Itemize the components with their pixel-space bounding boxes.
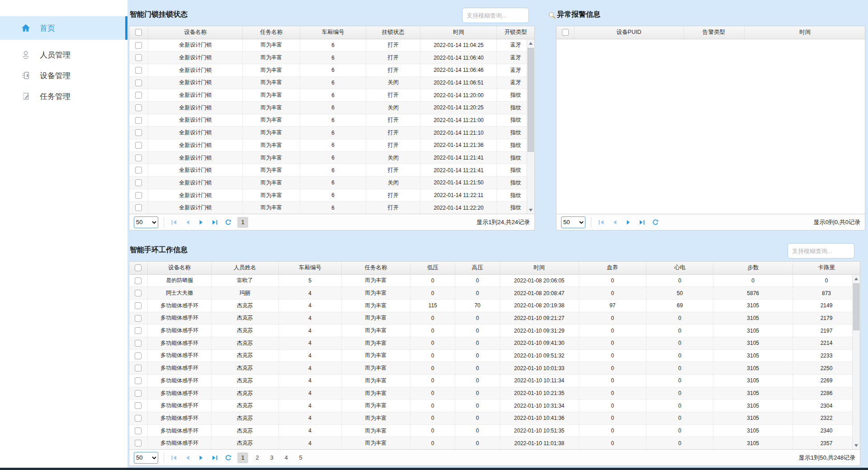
page-button-5[interactable]: 5 bbox=[295, 452, 306, 463]
last-page-button[interactable] bbox=[210, 218, 219, 227]
table-row[interactable]: 全新设计门锁而为丰富6打开2022-01-14 11:21:00指纹 bbox=[129, 114, 534, 127]
select-all-checkbox[interactable] bbox=[135, 264, 142, 271]
scroll-up-icon[interactable] bbox=[527, 39, 534, 47]
row-checkbox[interactable] bbox=[135, 315, 142, 322]
column-header[interactable]: 高压 bbox=[455, 262, 500, 274]
row-checkbox[interactable] bbox=[135, 377, 142, 384]
page-size-select[interactable]: 50 bbox=[561, 216, 585, 228]
row-checkbox[interactable] bbox=[135, 54, 142, 61]
page-button-2[interactable]: 2 bbox=[252, 452, 263, 463]
table-row[interactable]: 全新设计门锁而为丰富6打开2022-01-14 11:21:10指纹 bbox=[129, 127, 534, 139]
lock-table-scrollbar[interactable] bbox=[527, 39, 534, 214]
row-checkbox[interactable] bbox=[135, 155, 142, 161]
table-row[interactable]: 多功能体感手环杰克苏4而为丰富002022-01-10 10:41:360031… bbox=[129, 412, 860, 425]
next-page-button[interactable] bbox=[197, 453, 206, 462]
column-header[interactable]: 车厢编号 bbox=[300, 26, 366, 39]
column-header[interactable]: 设备PUID bbox=[574, 26, 684, 39]
table-row[interactable]: 多功能体感手环杰克苏4而为丰富002022-01-10 09:31:290031… bbox=[129, 324, 860, 337]
row-checkbox[interactable] bbox=[135, 290, 142, 296]
column-header[interactable]: 设备名称 bbox=[148, 26, 242, 39]
table-row[interactable]: 阿士大夫撤玛丽4而为丰富002022-01-08 20:08:470505876… bbox=[129, 287, 860, 300]
next-page-button[interactable] bbox=[624, 218, 633, 227]
row-checkbox[interactable] bbox=[135, 302, 142, 309]
table-row[interactable]: 全新设计门锁而为丰富6打开2022-01-14 11:06:46蓝牙 bbox=[129, 64, 534, 76]
column-header[interactable]: 低压 bbox=[410, 262, 455, 274]
last-page-button[interactable] bbox=[210, 453, 219, 462]
table-row[interactable]: 多功能体感手环杰克苏4而为丰富002022-01-10 09:41:300031… bbox=[129, 337, 860, 349]
table-row[interactable]: 全新设计门锁而为丰富6打开2022-01-14 11:20:00指纹 bbox=[129, 89, 534, 102]
column-header[interactable]: 设备名称 bbox=[147, 262, 211, 274]
table-row[interactable]: 全新设计门锁而为丰富6关闭2022-01-14 11:20:25指纹 bbox=[129, 101, 534, 114]
row-checkbox[interactable] bbox=[135, 117, 142, 124]
table-row[interactable]: 全新设计门锁而为丰富6打开2022-01-14 11:21:41指纹 bbox=[129, 164, 534, 177]
column-header[interactable]: 任务名称 bbox=[243, 26, 300, 39]
row-checkbox[interactable] bbox=[135, 104, 142, 111]
first-page-button[interactable] bbox=[170, 218, 179, 227]
first-page-button[interactable] bbox=[597, 218, 606, 227]
select-all-checkbox[interactable] bbox=[135, 29, 142, 36]
sidebar-item-devices[interactable]: 设备管理 bbox=[0, 65, 127, 86]
prev-page-button[interactable] bbox=[183, 453, 192, 462]
scroll-down-icon[interactable] bbox=[853, 442, 860, 449]
sidebar-item-personnel[interactable]: 人员管理 bbox=[0, 44, 127, 65]
refresh-icon[interactable] bbox=[224, 218, 233, 227]
column-header[interactable]: 人员姓名 bbox=[212, 262, 278, 274]
row-checkbox[interactable] bbox=[135, 402, 142, 409]
first-page-button[interactable] bbox=[170, 453, 179, 462]
column-header[interactable]: 血养 bbox=[579, 262, 646, 274]
refresh-icon[interactable] bbox=[651, 218, 660, 227]
column-header[interactable]: 车厢编号 bbox=[278, 262, 341, 274]
sidebar-item-home[interactable]: 首页 bbox=[0, 16, 127, 40]
scrollbar-thumb[interactable] bbox=[528, 48, 534, 152]
page-size-select[interactable]: 50 bbox=[134, 452, 158, 464]
table-row[interactable]: 多功能体感手环杰克苏4而为丰富002022-01-10 10:51:350031… bbox=[129, 424, 860, 437]
band-search-input[interactable] bbox=[788, 244, 868, 258]
row-checkbox[interactable] bbox=[135, 340, 142, 347]
column-header[interactable]: 告警类型 bbox=[684, 26, 744, 39]
prev-page-button[interactable] bbox=[183, 218, 192, 227]
column-header[interactable]: 心电 bbox=[646, 262, 713, 274]
table-row[interactable]: 全新设计门锁而为丰富6关闭2022-01-14 11:06:51蓝牙 bbox=[129, 76, 534, 89]
row-checkbox[interactable] bbox=[135, 204, 142, 211]
row-checkbox[interactable] bbox=[135, 129, 142, 136]
lock-search-input[interactable] bbox=[462, 8, 548, 23]
next-page-button[interactable] bbox=[197, 218, 206, 227]
row-checkbox[interactable] bbox=[135, 428, 142, 434]
row-checkbox[interactable] bbox=[135, 179, 142, 186]
row-checkbox[interactable] bbox=[135, 415, 142, 422]
table-row[interactable]: 多功能体感手环杰克苏4而为丰富002022-01-10 09:51:320031… bbox=[129, 349, 860, 362]
page-size-select[interactable]: 50 bbox=[134, 216, 158, 228]
row-checkbox[interactable] bbox=[135, 167, 142, 174]
table-row[interactable]: 多功能体感手环杰克苏4而为丰富002022-01-10 10:21:350031… bbox=[129, 387, 860, 400]
page-button-1[interactable]: 1 bbox=[237, 217, 248, 228]
table-row[interactable]: 全新设计门锁而为丰富6打开2022-01-14 11:04:25蓝牙 bbox=[129, 39, 534, 52]
refresh-icon[interactable] bbox=[224, 453, 233, 462]
row-checkbox[interactable] bbox=[135, 42, 142, 49]
table-row[interactable]: 全新设计门锁而为丰富6关闭2022-01-14 11:21:50指纹 bbox=[129, 177, 534, 189]
scroll-up-icon[interactable] bbox=[853, 275, 860, 282]
page-button-3[interactable]: 3 bbox=[266, 452, 277, 463]
row-checkbox[interactable] bbox=[135, 440, 142, 446]
row-checkbox[interactable] bbox=[135, 390, 142, 397]
column-header[interactable]: 时间 bbox=[744, 26, 865, 39]
last-page-button[interactable] bbox=[637, 218, 646, 227]
row-checkbox[interactable] bbox=[135, 327, 142, 334]
prev-page-button[interactable] bbox=[610, 218, 619, 227]
row-checkbox[interactable] bbox=[135, 192, 142, 199]
row-checkbox[interactable] bbox=[135, 365, 142, 371]
row-checkbox[interactable] bbox=[135, 67, 142, 74]
table-row[interactable]: 多功能体感手环杰克苏4而为丰富115702022-01-08 20:19:389… bbox=[129, 299, 860, 312]
row-checkbox[interactable] bbox=[135, 80, 142, 86]
row-checkbox[interactable] bbox=[135, 92, 142, 99]
scrollbar-thumb[interactable] bbox=[853, 283, 859, 330]
sidebar-item-tasks[interactable]: 任务管理 bbox=[0, 86, 127, 107]
select-all-checkbox[interactable] bbox=[562, 29, 569, 36]
scroll-down-icon[interactable] bbox=[527, 206, 534, 214]
table-row[interactable]: 全新设计门锁而为丰富6打开2022-01-14 11:22:20指纹 bbox=[129, 202, 534, 214]
column-header[interactable]: 时间 bbox=[420, 26, 497, 39]
column-header[interactable]: 时间 bbox=[500, 262, 579, 274]
column-header[interactable]: 卡路里 bbox=[793, 262, 860, 274]
table-row[interactable]: 多功能体感手环杰克苏4而为丰富002022-01-10 10:01:330031… bbox=[129, 362, 860, 375]
table-row[interactable]: 多功能体感手环杰克苏4而为丰富002022-01-10 09:21:270031… bbox=[129, 312, 860, 324]
table-row[interactable]: 是的防晒服雷欧了5而为丰富002022-01-08 20:06:050000 bbox=[129, 274, 860, 287]
